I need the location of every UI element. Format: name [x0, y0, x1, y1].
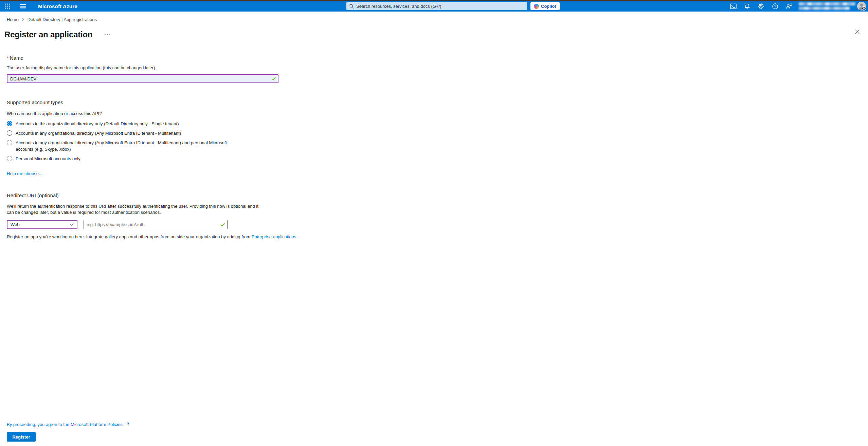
- copilot-label: Copilot: [541, 4, 556, 9]
- close-blade-button[interactable]: [854, 29, 861, 36]
- valid-check-icon: [220, 223, 225, 227]
- help-button[interactable]: ?: [771, 3, 779, 10]
- page-title: Register an application: [4, 30, 92, 39]
- redirect-uri-input[interactable]: [84, 220, 228, 229]
- app-launcher-button[interactable]: [1, 1, 14, 12]
- help-icon: ?: [772, 3, 778, 10]
- platform-selected-value: Web: [11, 222, 20, 227]
- breadcrumb: Home Default Directory | App registratio…: [0, 12, 868, 27]
- notifications-icon: [744, 3, 750, 10]
- radio-option-multitenant[interactable]: Accounts in any organizational directory…: [7, 130, 245, 136]
- account-types-question: Who can use this application or access t…: [7, 111, 868, 116]
- hamburger-icon: [20, 3, 26, 9]
- radio-option-single-tenant[interactable]: Accounts in this organizational director…: [7, 120, 245, 127]
- copilot-icon: [534, 4, 539, 9]
- notifications-button[interactable]: [743, 3, 751, 10]
- name-field-label: *Name: [7, 55, 868, 61]
- radio-unselected-icon[interactable]: [7, 140, 12, 145]
- cloud-shell-button[interactable]: [729, 3, 737, 10]
- feedback-icon: [785, 3, 792, 10]
- redirect-uri-description: We'll return the authentication response…: [7, 203, 259, 216]
- copilot-button[interactable]: Copilot: [530, 2, 560, 10]
- register-button[interactable]: Register: [7, 432, 36, 442]
- global-search[interactable]: [346, 2, 527, 10]
- required-marker: *: [7, 55, 9, 61]
- account-info[interactable]: [799, 2, 855, 10]
- enterprise-apps-note: Register an app you're working on here. …: [7, 234, 868, 239]
- account-tenant-redacted: [799, 7, 850, 10]
- platform-policies-link[interactable]: By proceeding, you agree to the Microsof…: [7, 422, 123, 427]
- brand-title[interactable]: Microsoft Azure: [38, 1, 77, 12]
- close-icon: [855, 29, 860, 34]
- account-email-redacted: [799, 2, 855, 5]
- account-types-heading: Supported account types: [7, 99, 868, 105]
- hamburger-menu-button[interactable]: [17, 1, 29, 12]
- cloud-shell-icon: [730, 3, 737, 9]
- radio-selected-icon[interactable]: [7, 121, 12, 126]
- radio-unselected-icon[interactable]: [7, 156, 12, 161]
- feedback-button[interactable]: [785, 3, 793, 10]
- search-icon: [349, 4, 354, 9]
- redirect-uri-heading: Redirect URI (optional): [7, 192, 868, 198]
- help-me-choose-link[interactable]: Help me choose...: [7, 171, 42, 176]
- context-menu-button[interactable]: [103, 33, 112, 37]
- account-types-options: Accounts in this organizational director…: [7, 120, 868, 162]
- chevron-down-icon: [70, 223, 74, 226]
- radio-unselected-icon[interactable]: [7, 130, 12, 136]
- radio-option-multitenant-personal[interactable]: Accounts in any organizational directory…: [7, 140, 245, 152]
- waffle-icon: [4, 3, 11, 9]
- ellipsis-icon: [105, 34, 106, 35]
- external-link-icon: [125, 422, 129, 427]
- lock-badge-icon: [862, 6, 866, 10]
- enterprise-applications-link[interactable]: Enterprise applications: [252, 234, 296, 239]
- breadcrumb-current[interactable]: Default Directory | App registrations: [28, 17, 97, 22]
- avatar[interactable]: [857, 2, 866, 11]
- svg-text:?: ?: [774, 4, 776, 8]
- settings-button[interactable]: [757, 3, 765, 10]
- search-input[interactable]: [356, 4, 524, 9]
- azure-topbar: Microsoft Azure Copilot: [0, 1, 868, 12]
- platform-select[interactable]: Web: [7, 220, 77, 229]
- valid-check-icon: [271, 77, 276, 81]
- breadcrumb-home[interactable]: Home: [7, 17, 19, 22]
- name-field-description: The user-facing display name for this ap…: [7, 65, 868, 70]
- breadcrumb-chevron-icon: [22, 18, 24, 21]
- app-name-input[interactable]: [7, 74, 278, 83]
- register-application-blade: Register an application *Name The user-f…: [0, 30, 868, 239]
- settings-icon: [758, 3, 764, 10]
- radio-option-personal-only[interactable]: Personal Microsoft accounts only: [7, 155, 245, 162]
